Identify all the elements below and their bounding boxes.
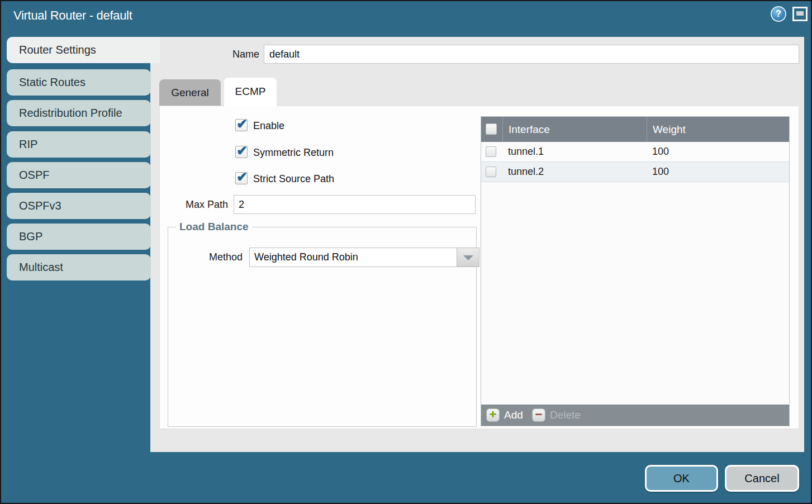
dialog-title: Virtual Router - default: [13, 8, 132, 23]
sidebar-item-static-routes[interactable]: Static Routes: [7, 69, 151, 96]
sidebar-item-ospfv3[interactable]: OSPFv3: [7, 193, 151, 219]
chevron-down-icon: [463, 255, 473, 260]
weight-cell: 100: [647, 162, 789, 182]
table-row[interactable]: tunnel.2 100: [481, 162, 789, 182]
sidebar-item-bgp[interactable]: BGP: [7, 224, 151, 250]
help-icon[interactable]: ?: [771, 6, 786, 22]
tab-general[interactable]: General: [159, 79, 221, 106]
enable-checkbox[interactable]: [235, 119, 248, 131]
max-path-label: Max Path: [170, 195, 228, 214]
method-input[interactable]: [249, 248, 457, 267]
titlebar: Virtual Router - default ?: [1, 1, 811, 37]
weight-cell: 100: [647, 142, 789, 161]
interface-table: Interface Weight tunnel.1 100 tunnel.2 1…: [481, 116, 790, 426]
weight-column-header: Weight: [647, 117, 789, 142]
method-label: Method: [191, 248, 243, 267]
header-checkbox-cell: [481, 117, 502, 142]
checkmark-icon: [236, 116, 248, 132]
interface-cell: tunnel.2: [502, 162, 647, 182]
max-path-input[interactable]: [234, 195, 476, 214]
virtual-router-dialog: Virtual Router - default ? Name General …: [0, 0, 812, 504]
minus-icon: −: [532, 408, 545, 422]
symmetric-return-checkbox[interactable]: [235, 146, 248, 158]
select-all-checkbox[interactable]: [486, 123, 497, 135]
window-dock-icon[interactable]: [792, 7, 808, 21]
row-checkbox[interactable]: [486, 167, 496, 177]
method-combobox: [249, 248, 479, 267]
interface-column-header: Interface: [502, 117, 647, 142]
table-row[interactable]: tunnel.1 100: [481, 142, 789, 162]
sidebar-item-redistribution-profile[interactable]: Redistribution Profile: [7, 100, 151, 126]
sidebar-item-router-settings[interactable]: Router Settings: [7, 37, 160, 63]
strict-source-path-label: Strict Source Path: [253, 172, 334, 186]
plus-icon: +: [486, 408, 500, 422]
enable-label: Enable: [253, 119, 284, 132]
add-button-label: Add: [504, 408, 523, 422]
delete-button-label: Delete: [550, 408, 581, 422]
name-label: Name: [203, 45, 259, 64]
load-balance-group: Load Balance Method: [168, 227, 477, 427]
window-dock-icon-inner: [796, 11, 804, 16]
dialog-body-panel: Name General ECMP Enable Symmetric Retur…: [150, 37, 804, 452]
ecmp-tab-content: Enable Symmetric Return Strict Source Pa…: [159, 106, 799, 429]
sidebar-item-rip[interactable]: RIP: [7, 131, 151, 158]
ok-button[interactable]: OK: [645, 465, 718, 492]
row-checkbox-cell: [481, 142, 502, 161]
cancel-button[interactable]: Cancel: [725, 465, 799, 492]
tab-ecmp[interactable]: ECMP: [224, 78, 277, 107]
load-balance-legend: Load Balance: [176, 221, 252, 233]
method-dropdown-button[interactable]: [457, 248, 479, 267]
row-checkbox-cell: [481, 162, 502, 182]
sidebar-item-ospf[interactable]: OSPF: [7, 162, 151, 188]
symmetric-return-label: Symmetric Return: [253, 146, 334, 159]
sidebar-item-multicast[interactable]: Multicast: [7, 254, 151, 280]
name-input[interactable]: [264, 45, 799, 64]
strict-source-path-checkbox[interactable]: [235, 172, 248, 184]
checkmark-icon: [236, 143, 248, 159]
row-checkbox[interactable]: [486, 146, 496, 157]
checkmark-icon: [236, 169, 248, 185]
interface-cell: tunnel.1: [502, 142, 647, 161]
table-toolbar: + Add − Delete: [481, 405, 789, 426]
table-header: Interface Weight: [481, 117, 789, 142]
